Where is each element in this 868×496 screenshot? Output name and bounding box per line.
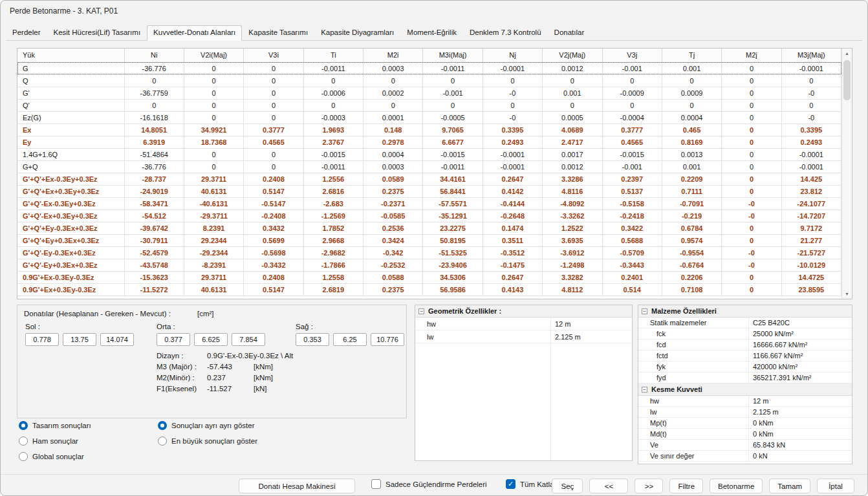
table-row[interactable]: Q000000000000	[17, 74, 841, 87]
value-cell: -0.0005	[423, 111, 483, 124]
load-label-cell: G'+Q'-Ex-0.3Ey+0.3Ez	[17, 197, 124, 210]
value-cell: 0.0017	[543, 148, 602, 160]
column-header-12[interactable]: M3j(Maj)	[781, 49, 841, 62]
property-row: hw12 m	[638, 396, 852, 407]
property-row: Md(t)0 kNm	[638, 429, 852, 440]
filtre-button[interactable]: Filtre	[669, 479, 703, 493]
table-row[interactable]: G'+Q'-Ey-0.3Ex+0.3Ez-52.4579-29.2344-0.5…	[17, 246, 841, 259]
column-header-5[interactable]: M2i	[363, 49, 423, 62]
value-cell: 0	[543, 99, 602, 111]
sec-button[interactable]: Seç	[552, 479, 583, 493]
table-row[interactable]: G'-36.775900-0.00060.0002-0.001-00.001-0…	[17, 87, 841, 99]
table-row[interactable]: G'+Q'-Ex+0.3Ey+0.3Ez-54.512-29.3711-0.24…	[17, 210, 841, 222]
tasarim-sonuclari-radio[interactable]: Tasarım sonuçları	[19, 421, 91, 430]
property-value: 2.125 m	[748, 407, 852, 417]
orta-value-2[interactable]	[194, 333, 228, 346]
result-display-group: Sonuçları ayrı ayrı gösterEn büyük sonuç…	[158, 421, 257, 452]
table-row[interactable]: G'+Q'+Ey+0.3Ex+0.3Ez-30.791129.23440.569…	[17, 234, 841, 246]
collapse-icon[interactable]: −	[418, 308, 424, 314]
column-header-2[interactable]: V2i(Maj)	[184, 49, 243, 62]
table-row[interactable]: Q'000000000000	[17, 99, 841, 111]
column-header-11[interactable]: M2j	[722, 49, 781, 62]
tamam-button[interactable]: Tamam	[769, 479, 810, 493]
forces-table: YükNiV2i(Maj)V3iTiM2iM3i(Maj)NjV2j(Maj)V…	[17, 48, 852, 299]
tab-perdeler[interactable]: Perdeler	[6, 25, 47, 40]
column-header-10[interactable]: Tj	[662, 49, 721, 62]
sonuclari-ayri-ayri-goster-radio[interactable]: Sonuçları ayrı ayrı göster	[158, 421, 257, 430]
property-row: fyd365217.391 kN/m²	[638, 372, 852, 383]
value-cell: 0.0002	[363, 87, 423, 99]
sol-value-2[interactable]	[63, 333, 96, 346]
table-row[interactable]: 0.9G'+Ex+0.3Ey-0.3Ez-11.527240.61310.514…	[17, 283, 841, 296]
next-button[interactable]: >>	[635, 479, 663, 493]
checkbox-checked-icon: ✓	[506, 479, 515, 489]
tab-denklem-7-3-kontrolu[interactable]: Denklem 7.3 Kontrolü	[463, 25, 548, 40]
column-header-0[interactable]: Yük	[17, 49, 124, 62]
value-cell: 0.5137	[602, 185, 662, 197]
value-cell: 0.7108	[662, 283, 721, 296]
tab-kesit-hucresi-lif-tasarimi[interactable]: Kesit Hücresi(Lif) Tasarımı	[47, 25, 147, 40]
ham-sonuclar-radio[interactable]: Ham sonuçlar	[19, 437, 91, 446]
column-header-8[interactable]: V2j(Maj)	[543, 49, 602, 62]
sol-inputs	[25, 333, 134, 346]
orta-inputs	[157, 333, 265, 346]
tab-donatilar[interactable]: Donatılar	[548, 25, 591, 40]
value-cell: -0	[483, 111, 542, 124]
donati-hesap-makinesi-button[interactable]: Donatı Hesap Makinesi	[239, 479, 355, 493]
table-row[interactable]: Ex14.805134.99210.37771.96930.1489.70650…	[17, 124, 841, 136]
sol-value-3[interactable]	[100, 333, 134, 346]
value-cell: -11.5272	[124, 283, 184, 296]
column-header-4[interactable]: Ti	[303, 49, 363, 62]
sag-value-2[interactable]	[333, 333, 367, 346]
tab-kapasite-diyagramlari[interactable]: Kapasite Diyagramları	[314, 25, 400, 40]
column-header-1[interactable]: Ni	[124, 49, 184, 62]
geometry-section-header[interactable]: − Geometrik Özellikler :	[415, 305, 632, 318]
table-row[interactable]: G-36.77600-0.00110.0003-0.0011-0.00010.0…	[17, 62, 841, 74]
table-row[interactable]: G'+Q'+Ey-0.3Ex+0.3Ez-39.67428.23910.3432…	[17, 222, 841, 234]
collapse-icon[interactable]: −	[642, 387, 647, 393]
table-row[interactable]: 1.4G+1.6Q-51.486400-0.00150.0004-0.0015-…	[17, 148, 841, 160]
section-header[interactable]: −Kesme Kuvveti	[638, 383, 852, 396]
prev-button[interactable]: <<	[589, 479, 628, 493]
tum-katlar-checkbox[interactable]: ✓ Tüm Katlar	[506, 479, 556, 489]
tab-kuvvetler-donati-alanlari[interactable]: Kuvvetler-Donatı Alanları	[147, 25, 242, 41]
scroll-down-icon[interactable]: ▼	[842, 289, 852, 299]
table-row[interactable]: G'+Q'-Ex-0.3Ey+0.3Ez-58.3471-40.6131-0.5…	[17, 197, 841, 210]
scrollbar-thumb[interactable]	[843, 60, 851, 100]
betonarme-button[interactable]: Betonarme	[710, 479, 763, 493]
tab-kapasite-tasarimi[interactable]: Kapasite Tasarımı	[242, 25, 314, 40]
iptal-button[interactable]: İptal	[817, 479, 854, 493]
load-label-cell: 1.4G+1.6Q	[17, 148, 124, 160]
table-row[interactable]: Ez(G)-16.161800-0.00030.0001-0.0005-00.0…	[17, 111, 841, 124]
column-header-9[interactable]: V3j	[602, 49, 662, 62]
collapse-icon[interactable]: −	[642, 308, 647, 314]
tab-moment-egrilik[interactable]: Moment-Eğrilik	[400, 25, 463, 40]
table-scrollbar[interactable]: ▲ ▼	[841, 49, 852, 299]
column-header-3[interactable]: V3i	[244, 49, 303, 62]
m3-value: -57.443	[207, 363, 254, 371]
sag-value-1[interactable]	[296, 333, 329, 346]
orta-value-1[interactable]	[157, 333, 190, 346]
table-row[interactable]: G'+Q'-Ey+0.3Ex+0.3Ez-43.5748-8.2391-0.34…	[17, 259, 841, 271]
value-cell: 14.425	[781, 173, 841, 185]
result-source-group: Tasarım sonuçlarıHam sonuçlarGlobal sonu…	[19, 421, 91, 468]
table-row[interactable]: Ey6.391918.73680.45652.37670.29786.66770…	[17, 136, 841, 148]
value-cell: 4.8116	[543, 185, 602, 197]
table-row[interactable]: G+Q-36.77600-0.00110.0003-0.0011-0.00010…	[17, 160, 841, 173]
scroll-up-icon[interactable]: ▲	[842, 49, 852, 58]
orta-value-3[interactable]	[232, 333, 265, 346]
value-cell: 3.3286	[543, 173, 602, 185]
en-buyuk-sonuclari-goster-radio[interactable]: En büyük sonuçları göster	[158, 437, 257, 446]
section-header[interactable]: −Malzeme Özellikleri	[638, 305, 852, 318]
value-cell: 0	[184, 160, 243, 173]
load-label-cell: Ey	[17, 136, 124, 148]
column-header-6[interactable]: M3i(Maj)	[423, 49, 483, 62]
table-row[interactable]: 0.9G'+Ex-0.3Ey-0.3Ez-15.362329.37110.240…	[17, 271, 841, 283]
table-row[interactable]: G'+Q'+Ex+0.3Ey+0.3Ez-24.901940.61310.514…	[17, 185, 841, 197]
column-header-7[interactable]: Nj	[483, 49, 542, 62]
global-sonuclar-radio[interactable]: Global sonuçlar	[19, 452, 91, 461]
sag-value-3[interactable]	[371, 333, 404, 346]
sol-value-1[interactable]	[25, 333, 59, 346]
sadece-guclendirme-checkbox[interactable]: Sadece Güçlendirme Perdeleri	[371, 479, 487, 489]
table-row[interactable]: G'+Q'+Ex-0.3Ey+0.3Ez-28.73729.37110.2408…	[17, 173, 841, 185]
